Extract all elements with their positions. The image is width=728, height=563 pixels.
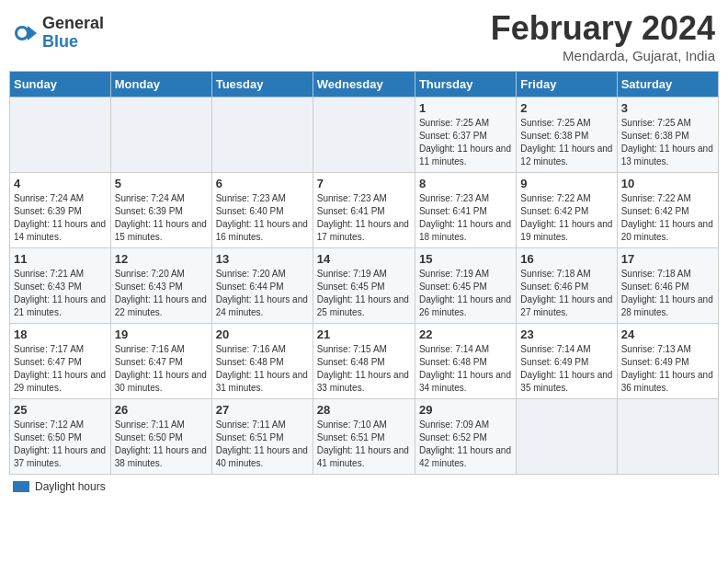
calendar-cell: 25Sunrise: 7:12 AM Sunset: 6:50 PM Dayli… — [10, 399, 111, 475]
calendar-cell: 9Sunrise: 7:22 AM Sunset: 6:42 PM Daylig… — [517, 173, 617, 248]
day-number: 20 — [216, 327, 309, 341]
month-title: February 2024 — [491, 9, 715, 48]
day-info: Sunrise: 7:09 AM Sunset: 6:52 PM Dayligh… — [419, 419, 512, 470]
calendar-cell: 3Sunrise: 7:25 AM Sunset: 6:38 PM Daylig… — [617, 98, 718, 173]
logo: General Blue — [13, 15, 104, 52]
logo-icon — [13, 20, 39, 46]
day-number: 5 — [115, 177, 208, 190]
day-info: Sunrise: 7:20 AM Sunset: 6:44 PM Dayligh… — [216, 268, 309, 319]
calendar-cell — [517, 399, 617, 475]
day-info: Sunrise: 7:23 AM Sunset: 6:41 PM Dayligh… — [317, 192, 411, 244]
day-number: 22 — [419, 327, 512, 341]
calendar-cell: 6Sunrise: 7:23 AM Sunset: 6:40 PM Daylig… — [211, 173, 313, 248]
calendar-cell — [110, 98, 211, 173]
day-info: Sunrise: 7:24 AM Sunset: 6:39 PM Dayligh… — [115, 192, 208, 244]
day-info: Sunrise: 7:19 AM Sunset: 6:45 PM Dayligh… — [317, 268, 411, 319]
day-number: 8 — [419, 177, 512, 190]
title-block: February 2024 Mendarda, Gujarat, India — [491, 9, 715, 63]
weekday-header-thursday: Thursday — [415, 72, 516, 98]
day-info: Sunrise: 7:25 AM Sunset: 6:38 PM Dayligh… — [621, 117, 714, 168]
calendar-cell — [617, 399, 718, 475]
calendar-week-4: 18Sunrise: 7:17 AM Sunset: 6:47 PM Dayli… — [10, 324, 719, 399]
calendar-cell: 17Sunrise: 7:18 AM Sunset: 6:46 PM Dayli… — [617, 248, 718, 324]
day-info: Sunrise: 7:20 AM Sunset: 6:43 PM Dayligh… — [115, 268, 208, 319]
day-info: Sunrise: 7:17 AM Sunset: 6:47 PM Dayligh… — [14, 343, 107, 395]
day-number: 27 — [216, 403, 309, 417]
calendar-week-1: 1Sunrise: 7:25 AM Sunset: 6:37 PM Daylig… — [10, 98, 719, 173]
day-number: 9 — [520, 177, 612, 190]
day-number: 7 — [317, 177, 411, 190]
calendar-table: SundayMondayTuesdayWednesdayThursdayFrid… — [9, 71, 719, 475]
calendar-cell: 19Sunrise: 7:16 AM Sunset: 6:47 PM Dayli… — [110, 324, 211, 399]
calendar-week-3: 11Sunrise: 7:21 AM Sunset: 6:43 PM Dayli… — [10, 248, 719, 324]
day-info: Sunrise: 7:18 AM Sunset: 6:46 PM Dayligh… — [621, 268, 714, 319]
day-info: Sunrise: 7:11 AM Sunset: 6:50 PM Dayligh… — [115, 419, 208, 470]
calendar-cell: 1Sunrise: 7:25 AM Sunset: 6:37 PM Daylig… — [415, 98, 516, 173]
calendar-cell: 2Sunrise: 7:25 AM Sunset: 6:38 PM Daylig… — [517, 98, 617, 173]
legend: Daylight hours — [9, 480, 719, 493]
day-info: Sunrise: 7:23 AM Sunset: 6:40 PM Dayligh… — [216, 192, 309, 244]
calendar-cell: 24Sunrise: 7:13 AM Sunset: 6:49 PM Dayli… — [617, 324, 718, 399]
calendar-cell: 20Sunrise: 7:16 AM Sunset: 6:48 PM Dayli… — [211, 324, 313, 399]
location-text: Mendarda, Gujarat, India — [491, 48, 715, 63]
day-info: Sunrise: 7:16 AM Sunset: 6:48 PM Dayligh… — [216, 343, 309, 395]
day-info: Sunrise: 7:10 AM Sunset: 6:51 PM Dayligh… — [317, 419, 411, 470]
calendar-cell: 26Sunrise: 7:11 AM Sunset: 6:50 PM Dayli… — [110, 399, 211, 475]
calendar-cell: 11Sunrise: 7:21 AM Sunset: 6:43 PM Dayli… — [10, 248, 111, 324]
calendar-cell: 4Sunrise: 7:24 AM Sunset: 6:39 PM Daylig… — [10, 173, 111, 248]
day-number: 19 — [115, 327, 208, 341]
calendar-cell: 22Sunrise: 7:14 AM Sunset: 6:48 PM Dayli… — [415, 324, 516, 399]
svg-marker-3 — [28, 26, 37, 40]
calendar-cell: 23Sunrise: 7:14 AM Sunset: 6:49 PM Dayli… — [517, 324, 617, 399]
day-number: 25 — [14, 403, 107, 417]
weekday-header-wednesday: Wednesday — [313, 72, 415, 98]
day-number: 28 — [317, 403, 411, 417]
day-number: 13 — [216, 252, 309, 266]
day-number: 2 — [520, 101, 612, 115]
calendar-cell — [313, 98, 415, 173]
day-number: 6 — [216, 177, 309, 190]
weekday-header-row: SundayMondayTuesdayWednesdayThursdayFrid… — [10, 72, 719, 98]
calendar-cell: 18Sunrise: 7:17 AM Sunset: 6:47 PM Dayli… — [10, 324, 111, 399]
day-info: Sunrise: 7:18 AM Sunset: 6:46 PM Dayligh… — [520, 268, 612, 319]
calendar-cell: 27Sunrise: 7:11 AM Sunset: 6:51 PM Dayli… — [211, 399, 313, 475]
day-number: 21 — [317, 327, 411, 341]
day-info: Sunrise: 7:25 AM Sunset: 6:38 PM Dayligh… — [520, 117, 612, 168]
calendar-cell: 12Sunrise: 7:20 AM Sunset: 6:43 PM Dayli… — [110, 248, 211, 324]
day-info: Sunrise: 7:16 AM Sunset: 6:47 PM Dayligh… — [115, 343, 208, 395]
day-info: Sunrise: 7:25 AM Sunset: 6:37 PM Dayligh… — [419, 117, 512, 168]
day-number: 3 — [621, 101, 714, 115]
calendar-cell: 28Sunrise: 7:10 AM Sunset: 6:51 PM Dayli… — [313, 399, 415, 475]
day-number: 14 — [317, 252, 411, 266]
calendar-week-2: 4Sunrise: 7:24 AM Sunset: 6:39 PM Daylig… — [10, 173, 719, 248]
day-number: 26 — [115, 403, 208, 417]
day-info: Sunrise: 7:13 AM Sunset: 6:49 PM Dayligh… — [621, 343, 714, 395]
day-number: 16 — [520, 252, 612, 266]
calendar-cell: 14Sunrise: 7:19 AM Sunset: 6:45 PM Dayli… — [313, 248, 415, 324]
day-number: 11 — [14, 252, 107, 266]
weekday-header-tuesday: Tuesday — [211, 72, 313, 98]
day-info: Sunrise: 7:19 AM Sunset: 6:45 PM Dayligh… — [419, 268, 512, 319]
calendar-cell: 8Sunrise: 7:23 AM Sunset: 6:41 PM Daylig… — [415, 173, 516, 248]
day-number: 15 — [419, 252, 512, 266]
day-number: 12 — [115, 252, 208, 266]
calendar-cell: 13Sunrise: 7:20 AM Sunset: 6:44 PM Dayli… — [211, 248, 313, 324]
day-number: 23 — [520, 327, 612, 341]
day-info: Sunrise: 7:15 AM Sunset: 6:48 PM Dayligh… — [317, 343, 411, 395]
svg-point-2 — [17, 29, 27, 38]
calendar-cell: 5Sunrise: 7:24 AM Sunset: 6:39 PM Daylig… — [110, 173, 211, 248]
day-info: Sunrise: 7:11 AM Sunset: 6:51 PM Dayligh… — [216, 419, 309, 470]
weekday-header-saturday: Saturday — [617, 72, 718, 98]
legend-color-box — [13, 481, 29, 492]
page-header: General Blue February 2024 Mendarda, Guj… — [9, 9, 719, 63]
day-number: 18 — [14, 327, 107, 341]
day-number: 1 — [419, 101, 512, 115]
day-info: Sunrise: 7:23 AM Sunset: 6:41 PM Dayligh… — [419, 192, 512, 244]
day-number: 4 — [14, 177, 107, 190]
calendar-week-5: 25Sunrise: 7:12 AM Sunset: 6:50 PM Dayli… — [10, 399, 719, 475]
weekday-header-friday: Friday — [517, 72, 617, 98]
calendar-cell: 21Sunrise: 7:15 AM Sunset: 6:48 PM Dayli… — [313, 324, 415, 399]
weekday-header-sunday: Sunday — [10, 72, 111, 98]
calendar-cell: 15Sunrise: 7:19 AM Sunset: 6:45 PM Dayli… — [415, 248, 516, 324]
day-info: Sunrise: 7:22 AM Sunset: 6:42 PM Dayligh… — [520, 192, 612, 244]
